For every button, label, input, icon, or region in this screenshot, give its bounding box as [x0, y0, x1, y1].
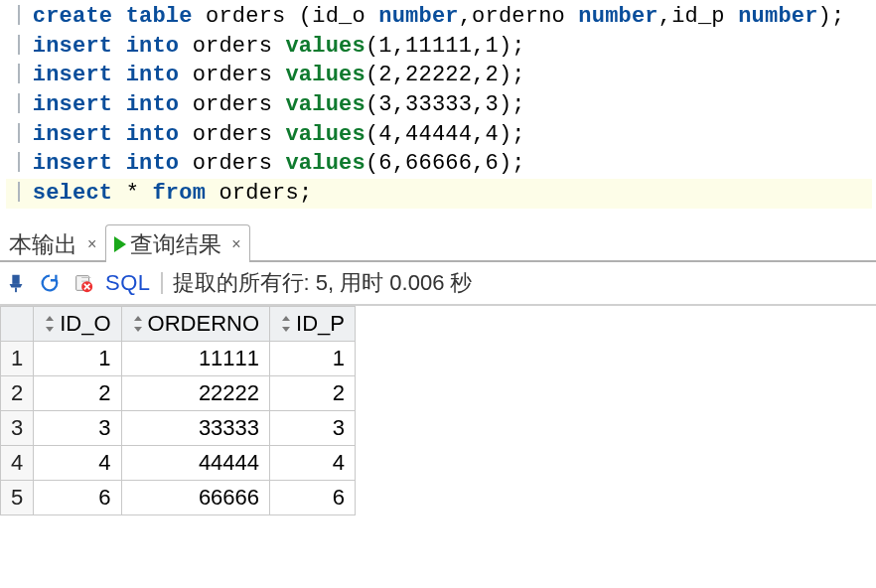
- code-line[interactable]: insert into orders values(3,33333,3);: [6, 90, 872, 120]
- code-line[interactable]: insert into orders values(2,22222,2);: [6, 61, 872, 90]
- table-header-row: ID_OORDERNOID_P: [1, 306, 356, 341]
- code-token: orders (id_o: [193, 4, 379, 29]
- code-token: [112, 63, 125, 87]
- code-token: insert: [33, 122, 112, 147]
- code-line[interactable]: insert into orders values(4,44444,4);: [6, 120, 872, 150]
- code-token: values: [285, 63, 365, 87]
- row-number-cell: 3: [1, 410, 34, 445]
- sort-icon: [44, 316, 56, 332]
- code-token: orders;: [206, 181, 312, 206]
- code-token: [112, 92, 125, 117]
- table-row[interactable]: 44444444: [1, 445, 356, 480]
- code-token: orders: [179, 34, 285, 59]
- code-token: (: [365, 63, 378, 87]
- code-token: );: [499, 34, 525, 59]
- data-cell[interactable]: 22222: [121, 375, 269, 410]
- sql-button[interactable]: SQL: [105, 270, 151, 296]
- code-token: into: [126, 63, 180, 87]
- code-token: 1,11111,1: [378, 34, 499, 59]
- code-token: );: [818, 4, 845, 29]
- delete-icon[interactable]: [72, 271, 95, 295]
- data-cell[interactable]: 66666: [121, 480, 269, 514]
- code-token: ,orderno: [459, 4, 579, 29]
- close-icon[interactable]: ×: [87, 235, 96, 253]
- column-header-label: ID_P: [296, 311, 345, 336]
- data-cell[interactable]: 3: [270, 410, 356, 445]
- data-cell[interactable]: 4: [270, 445, 356, 480]
- tab-query-result-label: 查询结果: [130, 229, 221, 260]
- data-cell[interactable]: 1: [270, 341, 356, 375]
- code-token: orders: [179, 92, 285, 117]
- code-token: into: [126, 92, 180, 117]
- data-cell[interactable]: 44444: [121, 445, 269, 480]
- code-token: insert: [33, 151, 112, 176]
- status-text: 提取的所有行: 5, 用时 0.006 秒: [173, 268, 473, 298]
- code-token: create: [33, 4, 112, 29]
- code-token: [112, 34, 125, 59]
- code-token: orders: [179, 151, 285, 176]
- code-token: into: [126, 122, 180, 147]
- code-line[interactable]: create table orders (id_o number,orderno…: [6, 2, 872, 32]
- code-token: orders: [179, 63, 285, 87]
- code-token: values: [285, 34, 365, 59]
- code-token: values: [285, 151, 365, 176]
- code-line[interactable]: insert into orders values(6,66666,6);: [6, 149, 872, 179]
- code-line[interactable]: insert into orders values(1,11111,1);: [6, 32, 872, 62]
- data-cell[interactable]: 11111: [121, 341, 269, 375]
- code-token: ,id_p: [658, 4, 738, 29]
- results-grid[interactable]: ID_OORDERNOID_P1111111122222222333333334…: [0, 306, 356, 515]
- code-token: *: [112, 181, 152, 206]
- code-token: orders: [179, 122, 285, 147]
- table-row[interactable]: 11111111: [1, 341, 356, 375]
- code-line[interactable]: select * from orders;: [6, 179, 872, 209]
- code-token: [112, 122, 125, 147]
- pin-icon[interactable]: [4, 271, 28, 295]
- code-token: (: [365, 92, 378, 117]
- sort-icon: [132, 316, 144, 332]
- code-token: insert: [33, 63, 112, 87]
- close-icon[interactable]: ×: [231, 235, 240, 253]
- sql-editor[interactable]: create table orders (id_o number,orderno…: [0, 0, 876, 215]
- row-number-cell: 2: [1, 375, 34, 410]
- data-cell[interactable]: 33333: [121, 410, 269, 445]
- code-token: select: [33, 181, 112, 206]
- data-cell[interactable]: 2: [34, 375, 121, 410]
- code-token: );: [499, 63, 525, 87]
- code-token: number: [738, 4, 817, 29]
- code-token: table: [126, 4, 193, 29]
- table-row[interactable]: 56666666: [1, 480, 356, 514]
- row-number-cell: 4: [1, 445, 34, 480]
- code-token: number: [378, 4, 458, 29]
- data-cell[interactable]: 1: [34, 341, 121, 375]
- data-cell[interactable]: 2: [270, 375, 356, 410]
- data-cell[interactable]: 6: [270, 480, 356, 514]
- code-token: 6,66666,6: [378, 151, 499, 176]
- code-token: values: [285, 92, 365, 117]
- code-token: values: [285, 122, 365, 147]
- tab-query-result[interactable]: 查询结果 ×: [105, 224, 249, 262]
- results-toolbar: SQL 提取的所有行: 5, 用时 0.006 秒: [0, 262, 876, 306]
- table-row[interactable]: 22222222: [1, 375, 356, 410]
- column-header-label: ORDERNO: [148, 311, 259, 336]
- column-header[interactable]: ID_P: [270, 306, 356, 341]
- data-cell[interactable]: 6: [34, 480, 121, 514]
- play-icon: [114, 236, 126, 252]
- table-row[interactable]: 33333333: [1, 410, 356, 445]
- code-token: [112, 151, 125, 176]
- tab-script-output[interactable]: 本输出 ×: [0, 224, 105, 262]
- code-token: (: [365, 151, 378, 176]
- data-cell[interactable]: 4: [34, 445, 121, 480]
- column-header[interactable]: ORDERNO: [121, 306, 269, 341]
- data-cell[interactable]: 3: [34, 410, 121, 445]
- column-header[interactable]: ID_O: [34, 306, 121, 341]
- code-token: );: [499, 151, 525, 176]
- toolbar-divider: [161, 272, 163, 294]
- code-token: (: [365, 122, 378, 147]
- svg-rect-1: [15, 287, 17, 292]
- code-token: 4,44444,4: [378, 122, 499, 147]
- code-token: number: [578, 4, 657, 29]
- code-token: insert: [33, 34, 112, 59]
- row-number-cell: 1: [1, 341, 34, 375]
- refresh-icon[interactable]: [38, 271, 62, 295]
- row-number-cell: 5: [1, 480, 34, 514]
